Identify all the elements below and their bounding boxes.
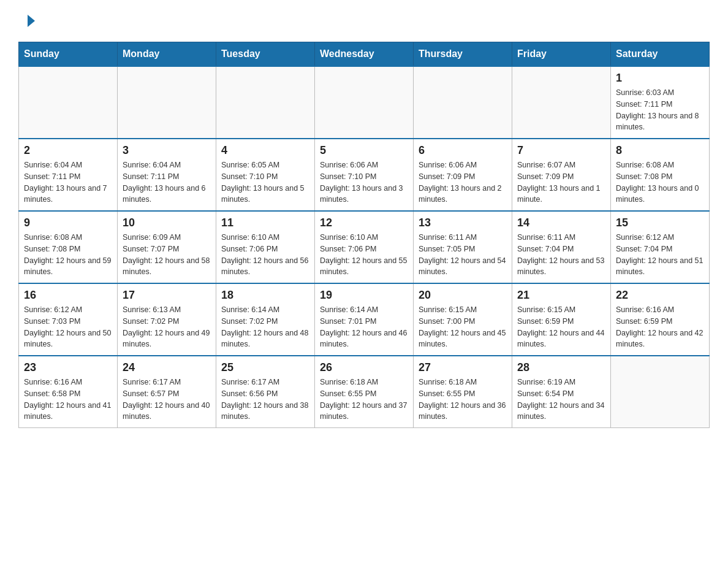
calendar-cell: 12Sunrise: 6:10 AMSunset: 7:06 PMDayligh… — [315, 211, 414, 283]
day-of-week-header: Tuesday — [216, 42, 315, 67]
day-info: Sunrise: 6:06 AMSunset: 7:09 PMDaylight:… — [419, 159, 507, 205]
calendar-cell — [216, 66, 315, 139]
day-info: Sunrise: 6:17 AMSunset: 6:56 PMDaylight:… — [221, 377, 309, 423]
day-number: 16 — [24, 289, 112, 302]
day-number: 6 — [419, 144, 507, 157]
calendar-cell: 2Sunrise: 6:04 AMSunset: 7:11 PMDaylight… — [19, 139, 118, 211]
day-info: Sunrise: 6:17 AMSunset: 6:57 PMDaylight:… — [123, 377, 211, 423]
calendar-cell — [414, 66, 512, 139]
calendar-cell: 10Sunrise: 6:09 AMSunset: 7:07 PMDayligh… — [118, 211, 216, 283]
calendar-cell: 26Sunrise: 6:18 AMSunset: 6:55 PMDayligh… — [315, 356, 414, 428]
day-number: 26 — [320, 361, 408, 374]
day-number: 20 — [419, 289, 507, 302]
calendar-cell: 1Sunrise: 6:03 AMSunset: 7:11 PMDaylight… — [611, 66, 710, 139]
week-row: 9Sunrise: 6:08 AMSunset: 7:08 PMDaylight… — [19, 211, 710, 283]
day-info: Sunrise: 6:18 AMSunset: 6:55 PMDaylight:… — [419, 377, 507, 423]
day-of-week-header: Monday — [118, 42, 216, 67]
day-number: 11 — [221, 216, 309, 229]
day-number: 5 — [320, 144, 408, 157]
calendar-cell: 7Sunrise: 6:07 AMSunset: 7:09 PMDaylight… — [512, 139, 611, 211]
day-number: 1 — [616, 72, 704, 85]
day-number: 10 — [123, 216, 211, 229]
logo-flag-icon — [19, 12, 36, 29]
calendar-cell: 27Sunrise: 6:18 AMSunset: 6:55 PMDayligh… — [414, 356, 512, 428]
calendar-cell: 24Sunrise: 6:17 AMSunset: 6:57 PMDayligh… — [118, 356, 216, 428]
day-info: Sunrise: 6:19 AMSunset: 6:54 PMDaylight:… — [517, 377, 605, 423]
day-number: 8 — [616, 144, 704, 157]
day-info: Sunrise: 6:10 AMSunset: 7:06 PMDaylight:… — [320, 232, 408, 278]
logo — [18, 12, 37, 29]
day-of-week-header: Saturday — [611, 42, 710, 67]
calendar-cell — [19, 66, 118, 139]
calendar-cell — [118, 66, 216, 139]
calendar-cell: 15Sunrise: 6:12 AMSunset: 7:04 PMDayligh… — [611, 211, 710, 283]
calendar-header-row: SundayMondayTuesdayWednesdayThursdayFrid… — [19, 42, 710, 67]
day-number: 7 — [517, 144, 605, 157]
day-number: 27 — [419, 361, 507, 374]
calendar-cell: 19Sunrise: 6:14 AMSunset: 7:01 PMDayligh… — [315, 283, 414, 356]
calendar-cell: 28Sunrise: 6:19 AMSunset: 6:54 PMDayligh… — [512, 356, 611, 428]
calendar-cell: 23Sunrise: 6:16 AMSunset: 6:58 PMDayligh… — [19, 356, 118, 428]
day-info: Sunrise: 6:12 AMSunset: 7:03 PMDaylight:… — [24, 304, 112, 350]
calendar-cell — [512, 66, 611, 139]
day-number: 22 — [616, 289, 704, 302]
calendar-cell: 14Sunrise: 6:11 AMSunset: 7:04 PMDayligh… — [512, 211, 611, 283]
day-of-week-header: Thursday — [414, 42, 512, 67]
week-row: 1Sunrise: 6:03 AMSunset: 7:11 PMDaylight… — [19, 66, 710, 139]
calendar-cell: 20Sunrise: 6:15 AMSunset: 7:00 PMDayligh… — [414, 283, 512, 356]
day-info: Sunrise: 6:10 AMSunset: 7:06 PMDaylight:… — [221, 232, 309, 278]
svg-marker-0 — [28, 15, 35, 27]
day-info: Sunrise: 6:15 AMSunset: 7:00 PMDaylight:… — [419, 304, 507, 350]
calendar-table: SundayMondayTuesdayWednesdayThursdayFrid… — [18, 42, 710, 428]
day-info: Sunrise: 6:11 AMSunset: 7:04 PMDaylight:… — [517, 232, 605, 278]
day-info: Sunrise: 6:16 AMSunset: 6:58 PMDaylight:… — [24, 377, 112, 423]
day-of-week-header: Sunday — [19, 42, 118, 67]
week-row: 16Sunrise: 6:12 AMSunset: 7:03 PMDayligh… — [19, 283, 710, 356]
day-number: 23 — [24, 361, 112, 374]
calendar-cell: 22Sunrise: 6:16 AMSunset: 6:59 PMDayligh… — [611, 283, 710, 356]
calendar-cell: 13Sunrise: 6:11 AMSunset: 7:05 PMDayligh… — [414, 211, 512, 283]
day-info: Sunrise: 6:04 AMSunset: 7:11 PMDaylight:… — [24, 159, 112, 205]
day-info: Sunrise: 6:05 AMSunset: 7:10 PMDaylight:… — [221, 159, 309, 205]
day-number: 3 — [123, 144, 211, 157]
calendar-cell: 8Sunrise: 6:08 AMSunset: 7:08 PMDaylight… — [611, 139, 710, 211]
day-info: Sunrise: 6:12 AMSunset: 7:04 PMDaylight:… — [616, 232, 704, 278]
day-info: Sunrise: 6:16 AMSunset: 6:59 PMDaylight:… — [616, 304, 704, 350]
calendar-cell: 6Sunrise: 6:06 AMSunset: 7:09 PMDaylight… — [414, 139, 512, 211]
day-info: Sunrise: 6:03 AMSunset: 7:11 PMDaylight:… — [616, 87, 704, 133]
week-row: 2Sunrise: 6:04 AMSunset: 7:11 PMDaylight… — [19, 139, 710, 211]
day-info: Sunrise: 6:04 AMSunset: 7:11 PMDaylight:… — [123, 159, 211, 205]
calendar-cell: 11Sunrise: 6:10 AMSunset: 7:06 PMDayligh… — [216, 211, 315, 283]
day-info: Sunrise: 6:09 AMSunset: 7:07 PMDaylight:… — [123, 232, 211, 278]
day-info: Sunrise: 6:08 AMSunset: 7:08 PMDaylight:… — [616, 159, 704, 205]
calendar-cell — [611, 356, 710, 428]
day-number: 2 — [24, 144, 112, 157]
day-number: 17 — [123, 289, 211, 302]
day-number: 13 — [419, 216, 507, 229]
calendar-cell: 3Sunrise: 6:04 AMSunset: 7:11 PMDaylight… — [118, 139, 216, 211]
calendar-cell: 4Sunrise: 6:05 AMSunset: 7:10 PMDaylight… — [216, 139, 315, 211]
week-row: 23Sunrise: 6:16 AMSunset: 6:58 PMDayligh… — [19, 356, 710, 428]
day-number: 12 — [320, 216, 408, 229]
day-number: 14 — [517, 216, 605, 229]
calendar-cell: 21Sunrise: 6:15 AMSunset: 6:59 PMDayligh… — [512, 283, 611, 356]
page-header — [18, 12, 710, 29]
day-of-week-header: Wednesday — [315, 42, 414, 67]
day-info: Sunrise: 6:11 AMSunset: 7:05 PMDaylight:… — [419, 232, 507, 278]
day-info: Sunrise: 6:14 AMSunset: 7:02 PMDaylight:… — [221, 304, 309, 350]
calendar-cell: 16Sunrise: 6:12 AMSunset: 7:03 PMDayligh… — [19, 283, 118, 356]
calendar-cell: 9Sunrise: 6:08 AMSunset: 7:08 PMDaylight… — [19, 211, 118, 283]
day-info: Sunrise: 6:06 AMSunset: 7:10 PMDaylight:… — [320, 159, 408, 205]
day-info: Sunrise: 6:18 AMSunset: 6:55 PMDaylight:… — [320, 377, 408, 423]
calendar-cell: 18Sunrise: 6:14 AMSunset: 7:02 PMDayligh… — [216, 283, 315, 356]
day-number: 25 — [221, 361, 309, 374]
calendar-cell — [315, 66, 414, 139]
day-info: Sunrise: 6:07 AMSunset: 7:09 PMDaylight:… — [517, 159, 605, 205]
calendar-cell: 25Sunrise: 6:17 AMSunset: 6:56 PMDayligh… — [216, 356, 315, 428]
day-number: 19 — [320, 289, 408, 302]
day-info: Sunrise: 6:14 AMSunset: 7:01 PMDaylight:… — [320, 304, 408, 350]
calendar-cell: 5Sunrise: 6:06 AMSunset: 7:10 PMDaylight… — [315, 139, 414, 211]
day-info: Sunrise: 6:08 AMSunset: 7:08 PMDaylight:… — [24, 232, 112, 278]
day-number: 24 — [123, 361, 211, 374]
day-of-week-header: Friday — [512, 42, 611, 67]
